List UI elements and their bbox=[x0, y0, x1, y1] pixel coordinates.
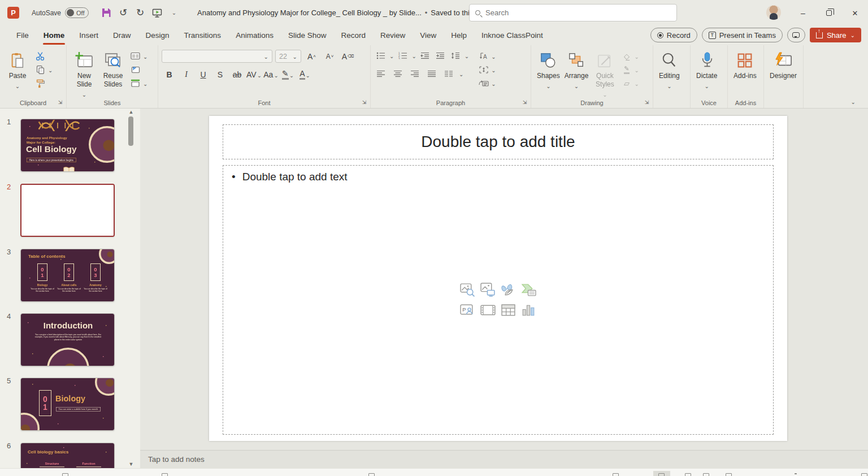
tab-insert[interactable]: Insert bbox=[72, 25, 106, 45]
tab-view[interactable]: View bbox=[413, 25, 444, 45]
tab-record[interactable]: Record bbox=[333, 25, 373, 45]
insert-icons-button[interactable] bbox=[501, 282, 516, 297]
slide-thumbnail-2-selected[interactable] bbox=[20, 184, 115, 237]
line-spacing-button[interactable] bbox=[449, 49, 462, 62]
notes-toggle-icon[interactable] bbox=[613, 473, 619, 476]
record-button[interactable]: Record bbox=[650, 28, 697, 42]
insert-cameo-button[interactable] bbox=[460, 302, 475, 318]
redo-button[interactable] bbox=[132, 5, 149, 21]
character-spacing-button[interactable]: AV bbox=[246, 67, 262, 81]
accessibility-status-icon[interactable] bbox=[162, 473, 168, 476]
insert-stock-images-button[interactable] bbox=[460, 282, 475, 297]
paragraph-dialog-launcher[interactable] bbox=[522, 99, 528, 106]
slide-2-editing-surface[interactable]: Double tap to add title • Double tap to … bbox=[209, 116, 787, 441]
tab-animations[interactable]: Animations bbox=[228, 25, 281, 45]
normal-view-button[interactable] bbox=[653, 471, 670, 476]
slide-thumbnail-1[interactable]: Anatomy and Physiology Major for College… bbox=[20, 119, 115, 172]
shape-effects-button[interactable]: ▱ bbox=[620, 77, 633, 90]
share-button[interactable]: Share bbox=[810, 28, 861, 42]
title-placeholder[interactable]: Double tap to add title bbox=[223, 124, 774, 159]
search-box[interactable] bbox=[469, 4, 677, 21]
slide-layout-button[interactable] bbox=[129, 50, 142, 63]
insert-smartart-button[interactable] bbox=[521, 282, 536, 297]
decrease-font-size-button[interactable]: A˅ bbox=[322, 49, 337, 63]
increase-font-size-button[interactable]: A˄ bbox=[304, 49, 319, 63]
increase-indent-button[interactable] bbox=[434, 49, 447, 62]
arrange-button[interactable]: Arrange bbox=[562, 49, 591, 92]
align-left-button[interactable] bbox=[374, 67, 387, 80]
tab-design[interactable]: Design bbox=[138, 25, 177, 45]
shape-fill-button[interactable]: ◇̲ bbox=[620, 50, 633, 63]
text-highlight-button[interactable]: ✎ bbox=[280, 67, 296, 81]
content-placeholder[interactable]: • Double tap to add text bbox=[223, 165, 774, 435]
bullets-button[interactable] bbox=[374, 49, 387, 62]
strikethrough-button[interactable]: ab bbox=[229, 67, 245, 81]
status-slide-icon[interactable] bbox=[62, 473, 68, 476]
designer-button[interactable]: Designer bbox=[767, 49, 799, 82]
tab-file[interactable]: File bbox=[9, 25, 36, 45]
autosave-toggle[interactable]: Off bbox=[65, 7, 89, 18]
shape-outline-button[interactable]: ✎ bbox=[620, 63, 633, 76]
autosave-control[interactable]: AutoSave Off bbox=[32, 7, 89, 18]
numbering-button[interactable] bbox=[396, 49, 409, 62]
align-right-button[interactable] bbox=[408, 67, 421, 80]
clear-formatting-button[interactable]: A⌫ bbox=[340, 49, 355, 63]
insert-table-button[interactable] bbox=[501, 302, 516, 318]
editing-button[interactable]: Editing bbox=[657, 49, 682, 92]
font-size-combobox[interactable]: 22 bbox=[275, 50, 301, 63]
format-painter-button[interactable] bbox=[34, 77, 47, 90]
tab-review[interactable]: Review bbox=[373, 25, 413, 45]
close-button[interactable] bbox=[842, 0, 868, 25]
slide-thumbnail-4[interactable]: Introduction You can give a brief descri… bbox=[20, 313, 115, 366]
status-icon[interactable] bbox=[368, 473, 375, 476]
change-case-button[interactable]: Aa bbox=[263, 67, 279, 81]
new-slide-button[interactable]: New Slide bbox=[70, 49, 98, 101]
bold-button[interactable]: B bbox=[162, 67, 177, 81]
font-name-combobox[interactable] bbox=[162, 50, 272, 63]
quick-styles-button[interactable]: Quick Styles bbox=[591, 49, 619, 101]
undo-button[interactable] bbox=[115, 5, 132, 21]
decrease-indent-button[interactable] bbox=[419, 49, 432, 62]
font-dialog-launcher[interactable] bbox=[361, 99, 367, 106]
insert-video-button[interactable] bbox=[480, 302, 496, 318]
slide-sorter-view-icon[interactable] bbox=[685, 473, 691, 476]
tab-transitions[interactable]: Transitions bbox=[177, 25, 229, 45]
document-title-area[interactable]: Anatomy and Physiology Major for College… bbox=[197, 8, 493, 17]
minimize-button[interactable] bbox=[790, 0, 816, 25]
comments-button[interactable] bbox=[787, 28, 805, 42]
tab-draw[interactable]: Draw bbox=[106, 25, 138, 45]
start-slideshow-button[interactable] bbox=[149, 5, 166, 21]
copy-button[interactable] bbox=[34, 63, 47, 76]
tab-help[interactable]: Help bbox=[444, 25, 474, 45]
save-button[interactable] bbox=[98, 5, 115, 21]
align-center-button[interactable] bbox=[391, 67, 404, 80]
reuse-slides-button[interactable]: Reuse Slides bbox=[98, 49, 128, 90]
underline-button[interactable]: U bbox=[196, 67, 211, 81]
notes-pane[interactable]: Tap to add notes bbox=[140, 450, 868, 468]
restore-button[interactable] bbox=[816, 0, 842, 25]
slideshow-view-icon[interactable] bbox=[726, 473, 732, 476]
collapse-ribbon-button[interactable] bbox=[851, 98, 856, 106]
dictate-button[interactable]: Dictate bbox=[694, 49, 719, 92]
thumbnail-scrollbar[interactable]: ▲ ▼ bbox=[127, 109, 135, 468]
fit-slide-to-window-icon[interactable] bbox=[861, 473, 867, 476]
scroll-up-arrow[interactable]: ▲ bbox=[127, 109, 135, 116]
present-in-teams-button[interactable]: T Present in Teams bbox=[702, 28, 783, 42]
account-avatar[interactable] bbox=[766, 5, 781, 20]
shapes-button[interactable]: Shapes bbox=[535, 49, 562, 92]
scrollbar-thumb[interactable] bbox=[128, 116, 133, 146]
slide-thumbnail-3[interactable]: Table of contents 01 02 03 Biology About… bbox=[20, 249, 115, 302]
customize-quick-access-button[interactable] bbox=[166, 5, 183, 21]
tab-slide-show[interactable]: Slide Show bbox=[281, 25, 334, 45]
align-text-button[interactable] bbox=[477, 63, 490, 76]
paste-button[interactable]: Paste bbox=[3, 49, 32, 92]
clipboard-dialog-launcher[interactable] bbox=[57, 99, 63, 106]
italic-button[interactable]: I bbox=[179, 67, 194, 81]
text-shadow-button[interactable]: S bbox=[212, 67, 228, 81]
search-input[interactable] bbox=[485, 8, 671, 17]
reset-slide-button[interactable] bbox=[129, 63, 142, 76]
columns-button[interactable] bbox=[442, 67, 455, 80]
drawing-dialog-launcher[interactable] bbox=[644, 99, 650, 106]
font-color-button[interactable]: A bbox=[297, 67, 313, 81]
slide-thumbnail-5[interactable]: 01 Biology You can enter a subtitle here… bbox=[20, 378, 115, 431]
